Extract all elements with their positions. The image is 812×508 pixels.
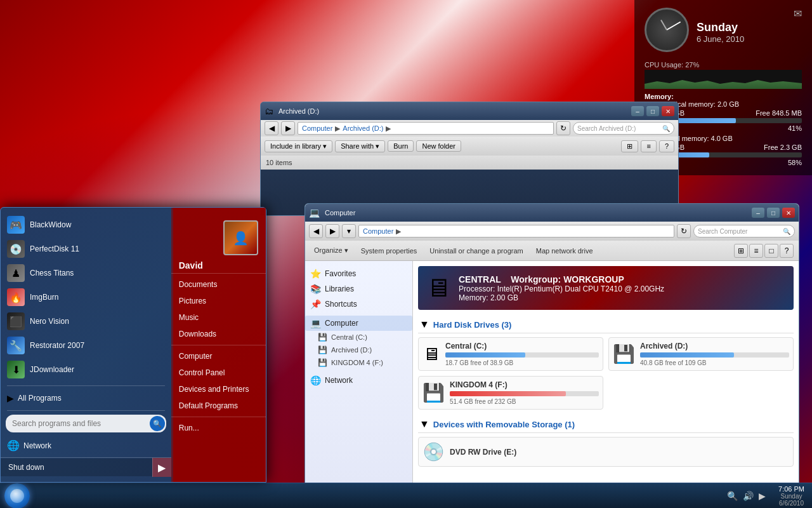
app-item-perfectdisk[interactable]: 💿 PerfectDisk 11 <box>1 237 171 261</box>
drive-f-label: KINGDOM 4 (F:) <box>331 359 383 366</box>
right-item-downloads[interactable]: Downloads <box>171 326 266 342</box>
arrow-icon[interactable]: ▶ <box>759 491 766 501</box>
network-item[interactable]: 🌐 Network <box>1 436 171 455</box>
view-toggle-1[interactable]: ⊞ <box>621 140 638 152</box>
forward-button-computer[interactable]: ▶ <box>325 224 339 238</box>
taskbar-time: 7:06 PM <box>778 485 804 493</box>
uninstall-button[interactable]: Uninstall or change a program <box>426 245 527 257</box>
dropdown-button-computer[interactable]: ▾ <box>342 224 356 238</box>
sidebar-item-libraries[interactable]: 📚 Libraries <box>305 281 412 297</box>
view-btn-1[interactable]: ⊞ <box>734 244 748 258</box>
forward-button-archived[interactable]: ▶ <box>281 121 295 135</box>
sidebar-sub-kingdom[interactable]: 💾 KINGDOM 4 (F:) <box>305 356 412 369</box>
explorer-archived: 🗂 Archived (D:) – □ ✕ ◀ ▶ Computer ▶ Arc… <box>260 102 679 216</box>
nav-bar-computer: ◀ ▶ ▾ Computer ▶ ↻ Search Computer 🔍 <box>305 222 799 241</box>
removable-header[interactable]: ▼ Devices with Removable Storage (1) <box>418 416 794 433</box>
help-button-computer[interactable]: ? <box>780 244 794 258</box>
user-name[interactable]: David <box>171 260 266 271</box>
app-item-nero[interactable]: ⬛ Nero Vision <box>1 309 171 333</box>
help-button-archived[interactable]: ? <box>659 140 674 152</box>
back-button-computer[interactable]: ◀ <box>309 224 323 238</box>
network-label: Network <box>23 441 51 450</box>
collapse-icon-removable: ▼ <box>419 418 429 430</box>
burn-button[interactable]: Burn <box>388 140 414 152</box>
app-icon-blackwidow: 🎮 <box>7 216 25 234</box>
removable-item-e[interactable]: 💿 DVD RW Drive (E:) <box>418 437 794 467</box>
address-path-computer[interactable]: Computer ▶ <box>358 225 674 237</box>
close-button-computer[interactable]: ✕ <box>782 208 795 218</box>
all-programs-arrow-icon: ▶ <box>7 393 14 403</box>
sidebar-item-shortcuts[interactable]: 📌 Shortcuts <box>305 297 412 312</box>
maximize-button-computer[interactable]: □ <box>767 208 780 218</box>
memory-info: Memory: 2.00 GB <box>459 293 664 302</box>
search-computer[interactable]: Search Computer 🔍 <box>693 225 795 237</box>
drive-item-c[interactable]: 🖥 Central (C:) 18.7 GB free of 38.9 GB <box>418 337 603 371</box>
right-item-devices[interactable]: Devices and Printers <box>171 381 266 398</box>
app-item-restorator[interactable]: 🔧 Restorator 2007 <box>1 333 171 358</box>
shutdown-button[interactable]: Shut down <box>1 458 152 476</box>
volume-icon[interactable]: 🔊 <box>743 491 754 501</box>
sidebar-item-favorites[interactable]: ⭐ Favorites <box>305 266 412 281</box>
hard-drives-title: Hard Disk Drives (3) <box>433 320 512 330</box>
taskbar-clock[interactable]: 7:06 PM Sunday 6/6/2010 <box>771 485 812 507</box>
all-programs-row[interactable]: ▶ All Programs <box>1 390 171 406</box>
address-path-archived[interactable]: Computer ▶ Archived (D:) ▶ <box>298 122 554 135</box>
right-item-control-panel[interactable]: Control Panel <box>171 364 266 381</box>
network-label-sidebar: Network <box>325 376 353 385</box>
minimize-button-computer[interactable]: – <box>752 208 764 218</box>
crumb-archived[interactable]: Archived (D:) <box>343 124 383 132</box>
back-button-archived[interactable]: ◀ <box>265 121 278 135</box>
sidebar-sub-central[interactable]: 💾 Central (C:) <box>305 331 412 344</box>
right-item-pictures[interactable]: Pictures <box>171 293 266 309</box>
map-network-button[interactable]: Map network drive <box>532 245 597 257</box>
start-right-divider <box>171 273 266 274</box>
crumb-computer[interactable]: Computer <box>302 124 332 132</box>
sidebar-item-computer[interactable]: 💻 Computer <box>305 316 412 331</box>
start-button[interactable] <box>0 483 34 509</box>
app-item-chess[interactable]: ♟ Chess Titans <box>1 261 171 285</box>
drive-item-d[interactable]: 💾 Archived (D:) 40.8 GB free of 109 GB <box>608 337 794 371</box>
system-properties-button[interactable]: System properties <box>357 245 421 257</box>
start-menu-left: 🎮 BlackWidow 💿 PerfectDisk 11 ♟ Chess Ti… <box>1 208 171 482</box>
right-item-documents[interactable]: Documents <box>171 276 266 293</box>
search-tray-icon[interactable]: 🔍 <box>727 491 738 501</box>
right-item-music[interactable]: Music <box>171 309 266 326</box>
crumb-computer-2[interactable]: Computer <box>363 227 393 235</box>
share-with-button[interactable]: Share with ▾ <box>335 140 385 152</box>
maximize-button-archived[interactable]: □ <box>646 106 659 116</box>
search-button[interactable]: 🔍 <box>150 416 165 431</box>
network-icon: 🌐 <box>7 439 20 451</box>
organize-button[interactable]: Organize ▾ <box>310 244 352 257</box>
favorites-label: Favorites <box>325 269 356 278</box>
drive-name-d: Archived (D:) <box>640 342 789 351</box>
sidebar-sub-archived[interactable]: 💾 Archived (D:) <box>305 344 412 356</box>
refresh-button-computer[interactable]: ↻ <box>677 224 691 238</box>
free-physical: Free 848.5 MB <box>756 109 802 117</box>
view-btn-2[interactable]: ≡ <box>749 244 763 258</box>
hard-drives-header[interactable]: ▼ Hard Disk Drives (3) <box>418 316 794 333</box>
right-item-run[interactable]: Run... <box>171 420 266 436</box>
right-item-default-programs[interactable]: Default Programs <box>171 398 266 414</box>
drive-item-f[interactable]: 💾 KINGDOM 4 (F:) 51.4 GB free of 232 GB <box>418 376 603 410</box>
app-item-jdownloader[interactable]: ⬇ JDownloader <box>1 358 171 382</box>
search-archived[interactable]: Search Archived (D:) 🔍 <box>573 122 674 135</box>
search-bar[interactable]: 🔍 <box>6 415 166 432</box>
shutdown-arrow-button[interactable]: ▶ <box>152 458 171 477</box>
drive-bar-wrap-d <box>640 352 789 358</box>
app-item-imgburn[interactable]: 🔥 ImgBurn <box>1 285 171 309</box>
right-item-computer[interactable]: Computer <box>171 348 266 364</box>
include-library-button[interactable]: Include in library ▾ <box>265 140 332 152</box>
minimize-button-archived[interactable]: – <box>631 106 644 116</box>
app-item-blackwidow[interactable]: 🎮 BlackWidow <box>1 213 171 237</box>
start-divider-2 <box>7 410 165 411</box>
taskbar-date2: 6/6/2010 <box>779 500 804 507</box>
sidebar-item-network[interactable]: 🌐 Network <box>305 373 412 388</box>
close-button-archived[interactable]: ✕ <box>662 106 674 116</box>
search-input[interactable] <box>6 417 148 431</box>
new-folder-button[interactable]: New folder <box>416 140 461 152</box>
refresh-button-archived[interactable]: ↻ <box>556 121 570 135</box>
view-btn-3[interactable]: □ <box>764 244 778 258</box>
start-orb[interactable] <box>4 483 30 509</box>
view-toggle-2[interactable]: ≡ <box>641 140 656 152</box>
start-divider <box>7 385 165 386</box>
